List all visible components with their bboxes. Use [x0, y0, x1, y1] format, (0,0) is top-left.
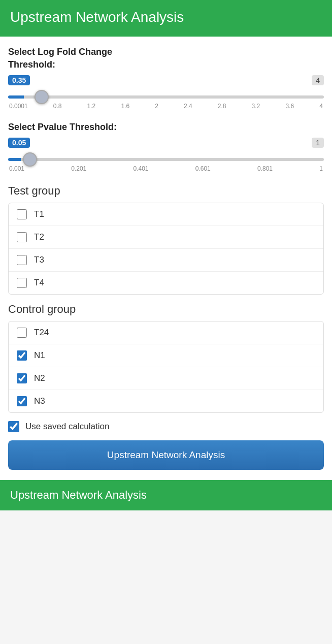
test-t4-label[interactable]: T4: [34, 278, 44, 288]
control-t24-label[interactable]: T24: [34, 328, 49, 338]
test-t1-checkbox[interactable]: [17, 209, 27, 219]
pvalue-label: Select Pvalue Threshold:: [8, 122, 324, 133]
list-item: T24: [9, 321, 323, 344]
pvalue-slider[interactable]: [8, 158, 324, 161]
list-item: T2: [9, 226, 323, 249]
list-item: N3: [9, 390, 323, 412]
test-group-list: T1 T2 T3 T4: [8, 203, 324, 295]
test-t3-checkbox[interactable]: [17, 255, 27, 265]
use-saved-checkbox[interactable]: [8, 421, 19, 432]
app-header: Upstream Network Analysis: [0, 0, 332, 37]
footer-bar: Upstream Network Analysis: [0, 480, 332, 510]
pvalue-slider-row: [8, 154, 324, 163]
control-n1-label[interactable]: N1: [34, 350, 45, 361]
lfc-slider[interactable]: [8, 95, 324, 99]
control-group-list: T24 N1 N2 N3: [8, 321, 324, 413]
main-content: Select Log Fold Change Threshold: 0.35 4…: [0, 37, 332, 480]
test-t4-checkbox[interactable]: [17, 278, 27, 288]
test-group-label: Test group: [8, 184, 324, 198]
control-n3-checkbox[interactable]: [17, 396, 27, 406]
lfc-label-line1: Select Log Fold Change: [8, 47, 324, 57]
lfc-slider-row: [8, 91, 324, 101]
test-t2-checkbox[interactable]: [17, 232, 27, 242]
lfc-value-bubble: 0.35: [8, 75, 30, 85]
control-group-label: Control group: [8, 303, 324, 316]
control-n2-label[interactable]: N2: [34, 373, 45, 383]
list-item: T4: [9, 272, 323, 294]
use-saved-row: Use saved calculation: [8, 421, 324, 432]
control-t24-checkbox[interactable]: [17, 328, 27, 338]
control-n3-label[interactable]: N3: [34, 396, 45, 406]
pvalue-max-label: 1: [312, 138, 324, 148]
lfc-max-label: 4: [312, 75, 324, 85]
pvalue-slider-container: 0.05 1 0.001 0.201 0.401 0.601 0.801 1: [8, 138, 324, 172]
control-n2-checkbox[interactable]: [17, 373, 27, 383]
lfc-label-line2: Threshold:: [8, 59, 324, 70]
list-item: N1: [9, 344, 323, 367]
test-t1-label[interactable]: T1: [34, 209, 44, 219]
list-item: T3: [9, 249, 323, 272]
app-title: Upstream Network Analysis: [10, 9, 322, 25]
test-t2-label[interactable]: T2: [34, 232, 44, 242]
test-t3-label[interactable]: T3: [34, 255, 44, 265]
lfc-slider-container: 0.35 4 0.0001 0.8 1.2 1.6 2 2.4 2.8 3.2 …: [8, 75, 324, 110]
list-item: N2: [9, 367, 323, 390]
run-button[interactable]: Upstream Network Analysis: [8, 440, 324, 470]
pvalue-value-bubble: 0.05: [8, 138, 30, 148]
control-n1-checkbox[interactable]: [17, 350, 27, 361]
use-saved-label[interactable]: Use saved calculation: [25, 422, 109, 432]
footer-title: Upstream Network Analysis: [10, 489, 147, 502]
list-item: T1: [9, 203, 323, 226]
